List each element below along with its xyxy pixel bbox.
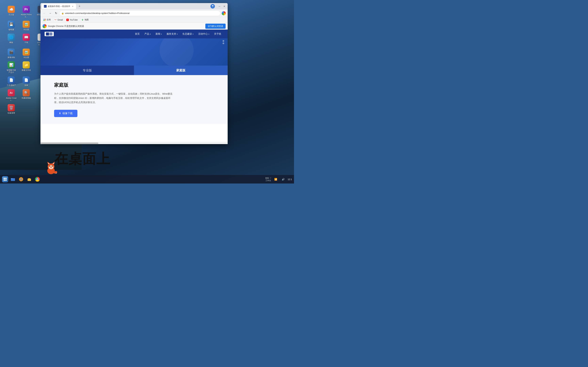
product-description: 为个人用户提供美观易用的国产操作系统。简化安装方式，一键安装，自动高效；同时支持… [54, 92, 173, 105]
hero-section [41, 38, 228, 66]
address-bar[interactable]: 🔒 uniontech.com/next/product/desktop-sys… [59, 10, 221, 16]
desktop-icon-new-folder[interactable]: 📁 新建文件夹 [20, 61, 32, 74]
reload-button[interactable]: ↻ [53, 11, 59, 16]
tab-title: 桌面操作系统 – 统信软件 [48, 5, 70, 8]
bookmark-youtube[interactable]: YouTube [65, 18, 79, 22]
taskbar-left [2, 176, 41, 183]
bookmark-label: YouTube [69, 19, 78, 21]
nav-home[interactable]: 首页 [132, 30, 142, 38]
nav-arrow: ▾ [193, 33, 193, 35]
taskbar-file-manager[interactable] [9, 176, 16, 183]
site-logo [44, 32, 54, 36]
bookmarks-bar: 应用 Gmail Yo [41, 17, 228, 23]
taskbar-time: 12:1 [288, 178, 292, 181]
hero-decoration [160, 38, 194, 66]
desktop-icon-label: 对比图 [24, 56, 29, 58]
nav-arrow: ▾ [208, 33, 209, 35]
forward-button[interactable]: → [48, 11, 53, 16]
close-button[interactable]: ✕ [222, 4, 226, 8]
desktop-icon-label: 子阅 [24, 42, 28, 44]
desktop-icon-label: 智慧数字财产总计 [6, 69, 17, 74]
download-label: 镜像下载 [62, 112, 73, 115]
desktop-icon-docx[interactable]: 📄 工作遗财产 [5, 76, 17, 87]
tab-favicon: U [44, 5, 47, 8]
desktop-icon-compare2[interactable]: 🖼️ 对比图 [20, 48, 32, 59]
svg-rect-16 [45, 19, 46, 20]
browser-tab-active[interactable]: U 桌面操作系统 – 统信软件 ✕ [42, 4, 76, 9]
nav-ecosystem[interactable]: 生态建设 ▾ [180, 30, 196, 38]
desktop-icon-network[interactable]: 🌐 网络 [5, 33, 17, 47]
browser-scrollbar [41, 142, 228, 144]
desktop-icon-search[interactable]: 🔍 找素材模板 [20, 89, 32, 102]
browser-window: U 桌面操作系统 – 统信软件 ✕ + ─ ✕ [41, 3, 228, 144]
tab-home[interactable]: 家庭版 [134, 66, 228, 75]
taskbar-chrome[interactable] [34, 176, 41, 183]
network-tray-icon[interactable]: 📶 [273, 176, 279, 182]
desktop-icon-reader[interactable]: 📖 子阅 [20, 33, 32, 47]
svg-rect-15 [43, 19, 44, 20]
desktop-icon-compare[interactable]: 🖼️ 对比图 [20, 20, 32, 32]
default-browser-banner: Google Chrome 不是您的默认浏览器 设为默认浏览器 [41, 23, 228, 30]
svg-point-24 [82, 19, 83, 20]
tab-close-button[interactable]: ✕ [71, 5, 74, 8]
svg-point-9 [50, 166, 50, 166]
wind-indicator[interactable]: 朔风 ▽ 工作台 [265, 177, 271, 182]
minimize-button[interactable]: ─ [217, 4, 222, 8]
back-button[interactable]: ← [42, 11, 47, 16]
taskbar-files[interactable] [26, 176, 33, 183]
svg-rect-35 [28, 178, 30, 179]
svg-point-8 [52, 166, 53, 167]
desktop-icon-screen-record[interactable]: 🎬 屏幕录制 [5, 48, 17, 59]
scrollbar-thumb[interactable] [41, 142, 98, 144]
svg-rect-30 [11, 178, 13, 179]
tab-professional[interactable]: 专业版 [41, 66, 134, 75]
desktop-icon-label: 元云盘 [9, 14, 14, 16]
bookmark-maps[interactable]: 地图 [80, 18, 90, 22]
svg-rect-18 [45, 20, 46, 21]
taskbar-browser[interactable] [18, 176, 25, 183]
url-text: uniontech.com/next/product/desktop-syste… [65, 12, 218, 14]
fox-mascot [44, 160, 58, 175]
download-button[interactable]: ⬇ 镜像下载 [54, 110, 78, 117]
desktop-icon-yuanyunpan[interactable]: ☁️ 元云盘 [5, 5, 17, 19]
nav-support[interactable]: 服务支持 ▾ [164, 30, 180, 38]
launcher-button[interactable] [2, 176, 8, 182]
desktop-icon-finance[interactable]: 📊 智慧数字财产总计 [5, 61, 17, 74]
youtube-favicon [66, 18, 69, 21]
new-tab-button[interactable]: + [77, 4, 82, 9]
apps-favicon [43, 18, 46, 21]
bookmark-label: 应用 [47, 18, 51, 21]
set-default-button[interactable]: 设为默认浏览器 [205, 24, 226, 29]
product-tabs: 专业版 家庭版 [41, 66, 228, 75]
svg-point-11 [51, 167, 52, 168]
bookmark-gmail[interactable]: Gmail [53, 18, 64, 22]
download-icon: ⬇ [59, 112, 61, 115]
desktop-icon-adobe-create[interactable]: Ac Adobe Creati... [5, 89, 17, 102]
nav-arrow: ▾ [150, 33, 151, 35]
bookmark-apps[interactable]: 应用 [42, 18, 52, 22]
scrollbar-track [41, 142, 228, 144]
desktop-icon-label: 垃圾清理 [8, 112, 15, 114]
svg-text:U: U [44, 6, 45, 7]
desktop-icon-label: 工作遗财产 [7, 84, 16, 86]
chrome-logo-icon [43, 24, 47, 28]
browser-title-bar: U 桌面操作系统 – 统信软件 ✕ + ─ ✕ [41, 3, 228, 9]
desktop-icon-disk[interactable]: 💾 磁电腿 [5, 20, 17, 32]
bookmark-label: 地图 [85, 18, 89, 21]
nav-news[interactable]: 新闻 ▾ [153, 30, 164, 38]
nav-arrow: ▾ [161, 33, 162, 35]
nav-about[interactable]: 关于统 [212, 30, 224, 38]
nav-items: 首页 产品 ▾ 新闻 ▾ 服务支持 ▾ 生态建设 [132, 30, 224, 38]
lock-icon: 🔒 [61, 12, 64, 14]
desktop-icon-docx2[interactable]: 📄 清单 [20, 76, 32, 87]
nav-product[interactable]: 产品 ▾ [142, 30, 153, 38]
nav-events[interactable]: 活动中心 ▾ [196, 30, 212, 38]
desktop-icon-adobe[interactable]: Pr Adobe Premie... [20, 5, 32, 19]
volume-tray-icon[interactable]: 🔊 [280, 176, 286, 182]
desktop-icon-label: 清单 [24, 84, 28, 86]
svg-rect-27 [4, 179, 5, 181]
gmail-favicon [54, 18, 57, 21]
desktop-icon-label: Adobe Premie... [21, 14, 32, 18]
desktop-icon-trash[interactable]: 🗑️ 垃圾清理 [5, 103, 17, 115]
profile-button[interactable] [221, 11, 226, 16]
